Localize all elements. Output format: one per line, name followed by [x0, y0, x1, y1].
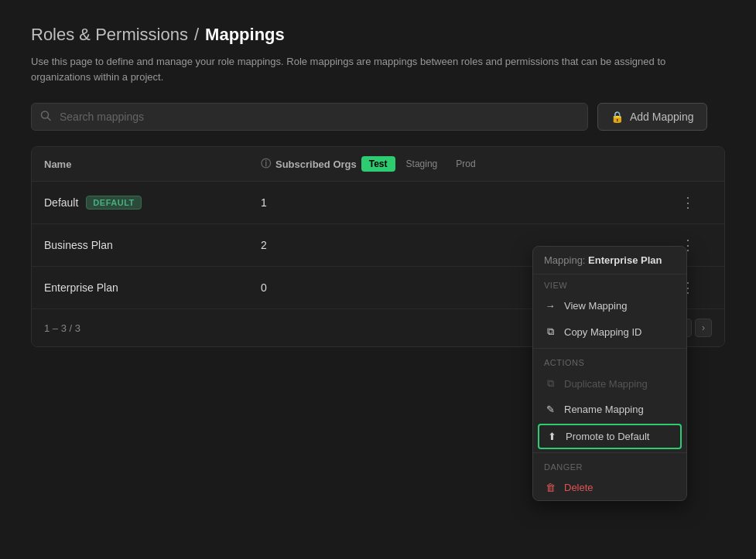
menu-item-delete-label: Delete — [564, 482, 594, 493]
info-icon: ⓘ — [261, 157, 271, 171]
divider-1 — [533, 348, 686, 349]
tab-staging[interactable]: Staging — [399, 156, 446, 172]
context-menu-title: Enterprise Plan — [588, 254, 662, 266]
tab-test[interactable]: Test — [361, 156, 395, 172]
row-actions-default: ⋮ — [662, 182, 724, 224]
section-label-view: View — [533, 274, 686, 293]
menu-item-copy-label: Copy Mapping ID — [564, 326, 641, 338]
default-badge: DEFAULT — [86, 196, 141, 210]
toolbar: 🔒 Add Mapping — [31, 103, 725, 131]
page-description: Use this page to define and manage your … — [31, 54, 681, 84]
row-orgs-default: 1 — [248, 182, 662, 224]
menu-item-view-label: View Mapping — [564, 300, 627, 312]
add-mapping-label: Add Mapping — [630, 111, 694, 123]
column-actions — [662, 147, 724, 182]
breadcrumb-bold: Mappings — [205, 25, 285, 45]
column-name: Name — [32, 147, 248, 182]
breadcrumb: Roles & Permissions / Mappings — [31, 25, 725, 45]
menu-item-copy-id[interactable]: ⧉ Copy Mapping ID — [533, 319, 686, 345]
row-name-enterprise: Enterprise Plan — [32, 267, 248, 309]
table-row: Default DEFAULT 1 ⋮ — [32, 182, 724, 224]
lock-icon: 🔒 — [611, 111, 624, 123]
search-icon — [40, 111, 51, 124]
context-menu: Mapping: Enterprise Plan View → View Map… — [532, 246, 687, 501]
menu-item-rename[interactable]: ✎ Rename Mapping — [533, 397, 686, 422]
row-name-default: Default DEFAULT — [32, 182, 248, 224]
menu-item-delete[interactable]: 🗑 Delete — [533, 475, 686, 500]
duplicate-icon: ⧉ — [544, 377, 556, 390]
search-input[interactable] — [31, 103, 588, 131]
add-mapping-button[interactable]: 🔒 Add Mapping — [597, 103, 707, 131]
menu-item-rename-label: Rename Mapping — [564, 404, 644, 415]
menu-item-duplicate-label: Duplicate Mapping — [564, 378, 648, 390]
svg-line-1 — [48, 118, 51, 121]
edit-icon: ✎ — [544, 404, 556, 415]
promote-icon: ⬆ — [546, 431, 558, 442]
row-name-business: Business Plan — [32, 224, 248, 267]
column-subscribed-orgs: ⓘ Subscribed Orgs Test Staging Prod — [248, 147, 662, 182]
menu-item-promote-label: Promote to Default — [566, 431, 649, 442]
breadcrumb-regular: Roles & Permissions — [31, 25, 188, 45]
menu-item-duplicate[interactable]: ⧉ Duplicate Mapping — [533, 370, 686, 397]
menu-item-promote[interactable]: ⬆ Promote to Default — [538, 424, 682, 449]
section-label-actions: Actions — [533, 352, 686, 370]
row-menu-button-default[interactable]: ⋮ — [675, 191, 701, 214]
divider-2 — [533, 452, 686, 453]
arrow-icon: → — [544, 300, 556, 312]
trash-icon: 🗑 — [544, 482, 556, 493]
tab-prod[interactable]: Prod — [448, 156, 483, 172]
breadcrumb-separator: / — [194, 25, 199, 45]
menu-item-view-mapping[interactable]: → View Mapping — [533, 293, 686, 319]
section-label-danger: Danger — [533, 456, 686, 475]
copy-icon: ⧉ — [544, 326, 556, 338]
context-menu-header: Mapping: Enterprise Plan — [533, 247, 686, 274]
pagination-next-button[interactable]: › — [695, 319, 712, 337]
search-container — [31, 103, 588, 131]
